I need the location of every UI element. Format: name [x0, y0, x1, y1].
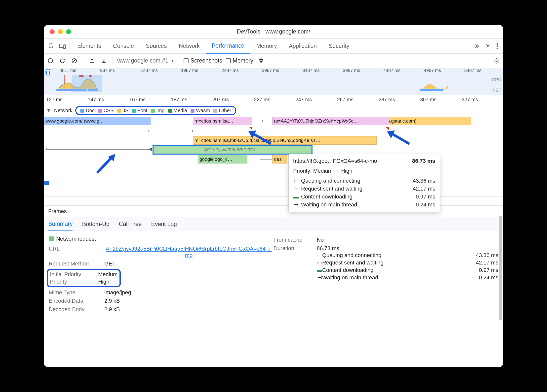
- detail-tab-summary[interactable]: Summary: [48, 217, 73, 231]
- detail-tabs: SummaryBottom-UpCall TreeEvent Log: [44, 217, 503, 231]
- svg-point-7: [48, 59, 53, 63]
- overview-activity: [54, 75, 483, 92]
- annotation-arrow-icon: [92, 152, 122, 176]
- tab-application[interactable]: Application: [283, 39, 323, 54]
- reload-record-button[interactable]: [58, 58, 67, 64]
- disclosure-triangle-icon[interactable]: ▼: [46, 108, 51, 113]
- network-bar[interactable]: googlelogo_c…: [198, 155, 247, 163]
- summary-header: Network request: [56, 236, 96, 242]
- svg-rect-15: [420, 89, 443, 91]
- detail-tab-bottom-up[interactable]: Bottom-Up: [82, 217, 109, 231]
- memory-checkbox[interactable]: Memory: [226, 57, 253, 64]
- tab-memory[interactable]: Memory: [250, 39, 283, 54]
- legend-js: JS: [117, 108, 128, 113]
- network-track-label: Network: [54, 108, 72, 113]
- vertical-scrollbar[interactable]: [499, 216, 502, 320]
- performance-toolbar: www.google.com #1 ▼ Screenshots Memory: [44, 54, 503, 68]
- tab-performance[interactable]: Performance: [206, 39, 250, 54]
- legend-other: Other: [213, 108, 231, 113]
- settings-gear-icon[interactable]: [482, 43, 494, 49]
- device-toolbar-icon[interactable]: [57, 43, 68, 49]
- main-panel-tabs: ElementsConsoleSourcesNetworkPerformance…: [44, 39, 503, 54]
- summary-panel: Network request URLAF2bZyivvJ92o5BiPi0CL…: [44, 231, 503, 367]
- screenshots-checkbox[interactable]: Screenshots: [184, 57, 222, 64]
- upload-profile-icon[interactable]: [88, 58, 96, 64]
- tab-elements[interactable]: Elements: [71, 39, 107, 54]
- more-tabs-icon[interactable]: [471, 43, 482, 49]
- timeline-ruler[interactable]: 127 ms147 ms167 ms187 ms207 ms227 ms247 …: [44, 95, 503, 104]
- svg-point-3: [487, 45, 489, 47]
- svg-rect-16: [72, 75, 102, 92]
- legend-wasm: Wasm: [191, 108, 210, 113]
- network-bar[interactable]: rs=AA2YrTsXU5hjdOZrxXehYcpWx5c…: [272, 117, 389, 125]
- traffic-lights: [44, 29, 71, 34]
- selection-marker: [44, 181, 49, 185]
- close-window-button[interactable]: [50, 29, 55, 34]
- devtools-window: DevTools - www.google.com/ ElementsConso…: [44, 25, 503, 367]
- svg-point-5: [497, 45, 498, 47]
- network-bar[interactable]: m=cdos,hsm,jsa…: [193, 117, 252, 125]
- inspect-icon[interactable]: [46, 43, 57, 49]
- network-bar[interactable]: www.google.com/ (www.g…: [44, 117, 151, 125]
- detail-tab-event-log[interactable]: Event Log: [151, 217, 177, 231]
- network-tooltip: https://lh3.goo…FGxOA=s64-c-mo86.73 ms P…: [288, 154, 440, 212]
- record-button[interactable]: [46, 58, 55, 64]
- overview-net-label: NET: [492, 88, 501, 93]
- svg-rect-2: [63, 45, 66, 49]
- overview-cpu-label: CPU: [492, 77, 501, 83]
- resource-type-swatch-icon: [49, 236, 54, 241]
- legend-img: Img: [151, 108, 164, 113]
- tab-network[interactable]: Network: [173, 39, 206, 54]
- svg-point-6: [497, 48, 498, 49]
- annotation-arrow-icon: [246, 126, 276, 150]
- window-titlebar: DevTools - www.google.com/: [44, 25, 503, 39]
- collect-garbage-icon[interactable]: [257, 58, 265, 64]
- tab-sources[interactable]: Sources: [140, 39, 173, 54]
- legend-media: Media: [168, 108, 187, 113]
- timing-marker: [46, 149, 151, 150]
- network-bar[interactable]: m=cdos,hsm,jsa,mb4ZUb,d,csi,cEt90b,SNUn3…: [193, 136, 377, 145]
- svg-point-4: [497, 43, 498, 45]
- clear-button[interactable]: [70, 58, 78, 64]
- priority-annotation-box: Initial PriorityMedium PriorityHigh: [47, 269, 121, 287]
- network-bar-selected[interactable]: AF2bZyivvJ92o5BiPi0CL…: [153, 146, 312, 154]
- timeline-overview[interactable]: ❚❚ 48… ms987 ms1487 ms1987 ms2487 ms2987…: [44, 68, 503, 95]
- tab-console[interactable]: Console: [107, 39, 140, 54]
- legend-font: Font: [132, 108, 147, 113]
- recording-selector[interactable]: www.google.com #1 ▼: [117, 57, 174, 64]
- url-link[interactable]: AF2bZyivvJ92o5BiPi0CLlHaqa5IHNOi6SrpLrbf…: [104, 246, 273, 259]
- legend-css: CSS: [98, 108, 114, 113]
- network-flame-chart[interactable]: www.google.com/ (www.g… rs=AA2YrTv0taM5q…: [44, 117, 503, 196]
- overview-ticks: 48… ms987 ms1487 ms1987 ms2487 ms2987 ms…: [44, 68, 503, 73]
- annotation-arrow-icon: [385, 126, 415, 150]
- network-legend-annotation: DocCSSJSFontImgMediaWasmOther: [75, 106, 236, 115]
- download-profile-icon[interactable]: [100, 58, 108, 64]
- window-title: DevTools - www.google.com/: [44, 28, 503, 35]
- legend-doc: Doc: [80, 108, 95, 113]
- minimize-window-button[interactable]: [58, 29, 63, 34]
- svg-point-9: [496, 60, 498, 62]
- detail-tab-call-tree[interactable]: Call Tree: [119, 217, 142, 231]
- timing-marker: [262, 121, 272, 121]
- chevron-down-icon: ▼: [171, 59, 174, 63]
- tab-security[interactable]: Security: [323, 39, 355, 54]
- recording-selector-label: www.google.com #1: [117, 57, 168, 64]
- kebab-menu-icon[interactable]: [494, 43, 501, 49]
- timing-marker: [260, 159, 272, 160]
- maximize-window-button[interactable]: [66, 29, 71, 34]
- network-track-header: ▼ Network DocCSSJSFontImgMediaWasmOther: [44, 104, 503, 117]
- timing-marker: [148, 131, 193, 131]
- network-bar[interactable]: des: [272, 155, 287, 163]
- capture-settings-gear-icon[interactable]: [492, 58, 501, 64]
